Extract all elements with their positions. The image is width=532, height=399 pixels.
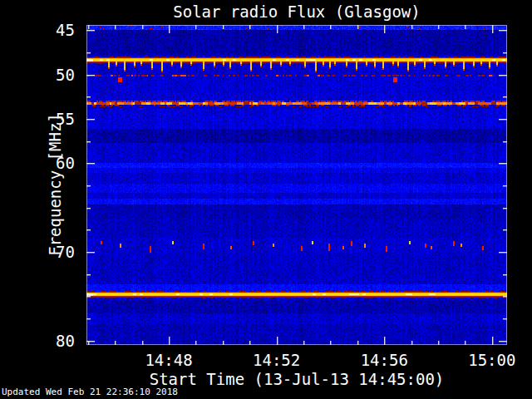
updated-timestamp: Updated Wed Feb 21 22:36:10 2018 (2, 387, 178, 397)
x-tick-label: 15:00 (455, 352, 530, 368)
chart-title: Solar radio Flux (Glasgow) (86, 2, 507, 21)
y-tick-label: 70 (0, 244, 81, 260)
x-tick-label: 14:52 (239, 352, 314, 368)
y-tick-label: 60 (0, 155, 81, 171)
x-tick-label: 14:48 (131, 352, 206, 368)
x-axis-title: Start Time (13-Jul-13 14:45:00) (86, 370, 507, 388)
y-tick-label: 45 (0, 22, 81, 38)
solar-radio-flux-window: Solar radio Flux (Glasgow) 455055607080 … (0, 0, 532, 399)
y-tick-label: 55 (0, 111, 81, 127)
y-axis-title: Frequency [MHz] (46, 85, 62, 284)
y-tick-label: 50 (0, 66, 81, 83)
spectrogram-canvas (86, 25, 507, 345)
x-tick-label: 14:56 (347, 352, 421, 368)
y-tick-label: 80 (0, 332, 81, 349)
